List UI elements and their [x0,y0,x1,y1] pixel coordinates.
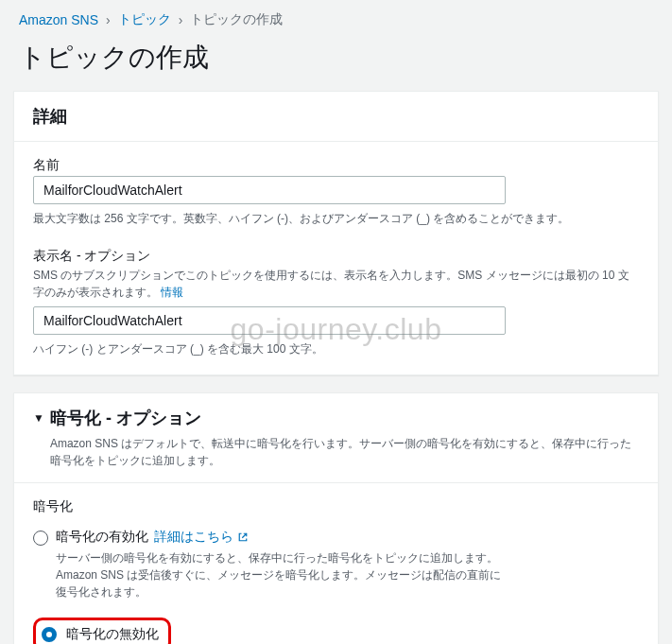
encryption-header-desc: Amazon SNS はデフォルトで、転送中に暗号化を行います。サーバー側の暗号… [50,435,639,469]
name-field: 名前 最大文字数は 256 文字です。英数字、ハイフン (-)、およびアンダース… [33,157,639,227]
display-name-field: 表示名 - オプション SMS のサブスクリプションでこのトピックを使用するには… [33,248,639,357]
encryption-header[interactable]: ▼ 暗号化 - オプション Amazon SNS はデフォルトで、転送中に暗号化… [14,393,658,483]
encryption-learn-more-link[interactable]: 詳細はこちら [154,529,249,546]
encryption-radio-group: 暗号化の有効化 詳細はこちら サーバー側の暗号化を有効にすると、保存中に行った暗… [33,525,639,644]
display-name-info-link[interactable]: 情報 [161,286,183,299]
encryption-panel: ▼ 暗号化 - オプション Amazon SNS はデフォルトで、転送中に暗号化… [13,392,659,644]
chevron-right-icon: › [106,12,111,27]
display-name-desc: SMS のサブスクリプションでこのトピックを使用するには、表示名を入力します。S… [33,267,639,301]
breadcrumb-topics-link[interactable]: トピック [118,11,171,28]
breadcrumb-current: トピックの作成 [190,11,283,28]
encryption-enable-option[interactable]: 暗号化の有効化 詳細はこちら サーバー側の暗号化を有効にすると、保存中に行った暗… [33,525,639,604]
encryption-enable-label: 暗号化の有効化 [56,529,148,546]
radio-icon[interactable] [33,531,48,546]
caret-down-icon: ▼ [33,411,44,425]
radio-icon[interactable] [42,627,57,642]
display-name-hint: ハイフン (-) とアンダースコア (_) を含む最大 100 文字。 [33,340,639,357]
external-link-icon [237,531,249,543]
encryption-disable-label: 暗号化の無効化 [66,626,159,643]
chevron-right-icon: › [179,12,183,27]
name-hint: 最大文字数は 256 文字です。英数字、ハイフン (-)、およびアンダースコア … [33,210,639,227]
page-title: トピックの作成 [0,36,672,91]
encryption-enable-desc: サーバー側の暗号化を有効にすると、保存中に行った暗号化をトピックに追加します。A… [56,549,509,600]
name-label: 名前 [33,157,639,174]
encryption-header-title: 暗号化 - オプション [50,407,639,429]
breadcrumb: Amazon SNS › トピック › トピックの作成 [0,0,672,36]
encryption-section-label: 暗号化 [33,498,639,515]
details-header: 詳細 [14,92,658,142]
encryption-disable-option[interactable]: 暗号化の無効化 [33,618,171,644]
details-panel: 詳細 名前 最大文字数は 256 文字です。英数字、ハイフン (-)、およびアン… [13,91,659,375]
breadcrumb-root-link[interactable]: Amazon SNS [19,12,98,27]
display-name-input[interactable] [33,306,506,335]
display-name-label: 表示名 - オプション [33,248,639,265]
name-input[interactable] [33,176,506,204]
